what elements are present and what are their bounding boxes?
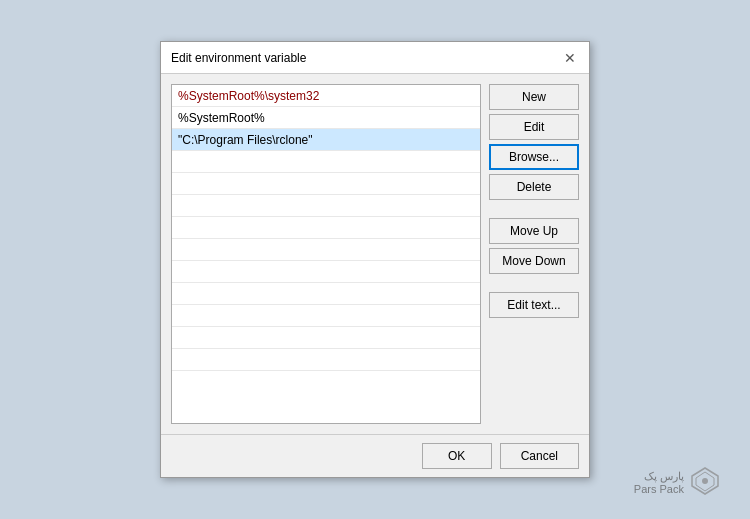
dialog-footer: OK Cancel bbox=[161, 434, 589, 477]
edit-button[interactable]: Edit bbox=[489, 114, 579, 140]
move-up-button[interactable]: Move Up bbox=[489, 218, 579, 244]
watermark-fa-text: پارس پک bbox=[644, 470, 684, 483]
spacer bbox=[489, 204, 579, 214]
list-item-empty bbox=[172, 261, 480, 283]
list-item-empty bbox=[172, 327, 480, 349]
list-item-empty bbox=[172, 283, 480, 305]
edit-env-variable-dialog: Edit environment variable ✕ %SystemRoot%… bbox=[160, 41, 590, 478]
list-item-empty bbox=[172, 151, 480, 173]
watermark-text-container: پارس پک Pars Pack bbox=[634, 470, 684, 495]
list-item[interactable]: %SystemRoot% bbox=[172, 107, 480, 129]
list-item-empty bbox=[172, 173, 480, 195]
buttons-panel: New Edit Browse... Delete Move Up Move D… bbox=[489, 84, 579, 424]
browse-button[interactable]: Browse... bbox=[489, 144, 579, 170]
spacer bbox=[489, 278, 579, 288]
delete-button[interactable]: Delete bbox=[489, 174, 579, 200]
list-item-empty bbox=[172, 239, 480, 261]
edit-text-button[interactable]: Edit text... bbox=[489, 292, 579, 318]
list-item[interactable]: %SystemRoot%\system32 bbox=[172, 85, 480, 107]
list-item-empty bbox=[172, 349, 480, 371]
ok-button[interactable]: OK bbox=[422, 443, 492, 469]
list-item-empty bbox=[172, 217, 480, 239]
close-button[interactable]: ✕ bbox=[561, 49, 579, 67]
title-bar: Edit environment variable ✕ bbox=[161, 42, 589, 74]
cancel-button[interactable]: Cancel bbox=[500, 443, 579, 469]
list-item-empty bbox=[172, 305, 480, 327]
dialog-title: Edit environment variable bbox=[171, 51, 306, 65]
env-variable-list[interactable]: %SystemRoot%\system32 %SystemRoot% "C:\P… bbox=[171, 84, 481, 424]
watermark: پارس پک Pars Pack bbox=[634, 466, 720, 499]
move-down-button[interactable]: Move Down bbox=[489, 248, 579, 274]
svg-point-2 bbox=[702, 478, 708, 484]
dialog-content: %SystemRoot%\system32 %SystemRoot% "C:\P… bbox=[161, 74, 589, 434]
list-item[interactable]: "C:\Program Files\rclone" bbox=[172, 129, 480, 151]
watermark-logo-icon bbox=[690, 466, 720, 499]
list-item-empty bbox=[172, 195, 480, 217]
watermark-en-text: Pars Pack bbox=[634, 483, 684, 495]
new-button[interactable]: New bbox=[489, 84, 579, 110]
